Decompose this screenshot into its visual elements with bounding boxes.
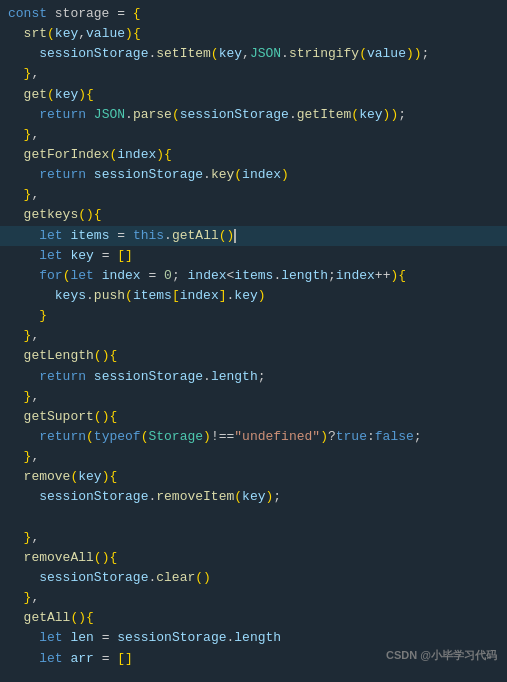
code-line-21: getSuport ( ) { <box>0 407 507 427</box>
code-line-19: return sessionStorage . length ; <box>0 367 507 387</box>
keyword: const <box>8 4 47 24</box>
text-cursor <box>234 229 236 243</box>
code-line-5: get ( key ) { <box>0 85 507 105</box>
code-line-7: } , <box>0 125 507 145</box>
code-line-20: } , <box>0 387 507 407</box>
code-line-11: getkeys ( ) { <box>0 205 507 225</box>
code-line-22: return ( typeof ( Storage ) !== "undefin… <box>0 427 507 447</box>
code-line-8: getForIndex ( index ) { <box>0 145 507 165</box>
code-line-13: let key = [ ] <box>0 246 507 266</box>
code-line-23: } , <box>0 447 507 467</box>
code-line-10: } , <box>0 185 507 205</box>
code-line-26 <box>0 508 507 528</box>
code-line-25: sessionStorage . removeItem ( key ) ; <box>0 487 507 507</box>
code-line-1: const storage = { <box>0 4 507 24</box>
watermark-text: CSDN @小毕学习代码 <box>386 647 497 664</box>
code-line-14: for ( let index = 0 ; index < items . le… <box>0 266 507 286</box>
code-line-28: removeAll ( ) { <box>0 548 507 568</box>
code-line-9: return sessionStorage . key ( index ) <box>0 165 507 185</box>
code-line-12: let items = this . getAll ( ) <box>0 226 507 246</box>
code-line-15: keys . push ( items [ index ] . key ) <box>0 286 507 306</box>
code-editor: const storage = { srt ( key , value ) { … <box>0 0 507 682</box>
code-line-3: sessionStorage . setItem ( key , JSON . … <box>0 44 507 64</box>
code-line-2: srt ( key , value ) { <box>0 24 507 44</box>
code-line-4: } , <box>0 64 507 84</box>
code-line-16: } <box>0 306 507 326</box>
code-line-24: remove ( key ) { <box>0 467 507 487</box>
code-line-18: getLength ( ) { <box>0 346 507 366</box>
code-line-17: } , <box>0 326 507 346</box>
code-line-31: getAll ( ) { <box>0 608 507 628</box>
code-line-27: } , <box>0 528 507 548</box>
code-line-29: sessionStorage . clear ( ) <box>0 568 507 588</box>
code-line-32: let len = sessionStorage . length <box>0 628 507 648</box>
code-line-6: return JSON . parse ( sessionStorage . g… <box>0 105 507 125</box>
code-line-30: } , <box>0 588 507 608</box>
